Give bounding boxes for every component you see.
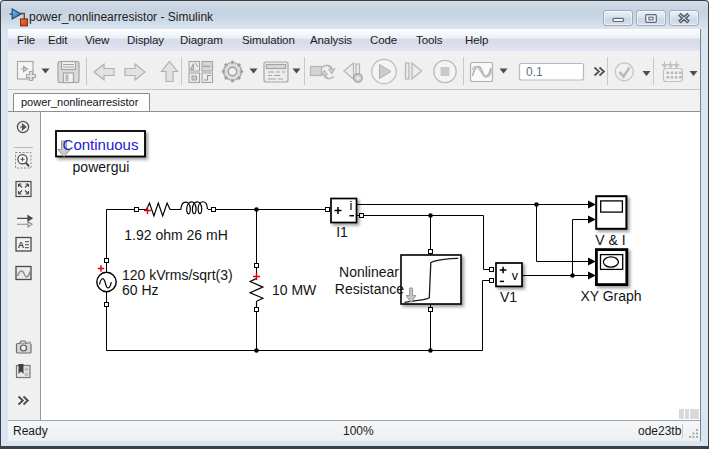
svg-text:I1: I1	[336, 224, 348, 240]
svg-text:Resistance: Resistance	[335, 281, 404, 297]
svg-text:0.1: 0.1	[526, 65, 543, 79]
svg-text:powergui: powergui	[73, 159, 130, 175]
svg-text:i: i	[350, 198, 353, 213]
svg-text:V1: V1	[500, 289, 517, 305]
svg-text:120 kVrms/sqrt(3): 120 kVrms/sqrt(3)	[122, 267, 233, 283]
svg-text:V & I: V & I	[595, 232, 625, 248]
svg-text:v: v	[512, 269, 519, 283]
svg-text:1.92 ohm 26 mH: 1.92 ohm 26 mH	[124, 227, 228, 243]
svg-text:10 MW: 10 MW	[272, 282, 317, 298]
svg-text:Nonlinear: Nonlinear	[339, 264, 399, 280]
svg-text:Continuous: Continuous	[63, 136, 139, 153]
svg-text:A: A	[18, 240, 25, 250]
svg-text:60 Hz: 60 Hz	[122, 282, 159, 298]
svg-text:XY Graph: XY Graph	[580, 288, 641, 304]
